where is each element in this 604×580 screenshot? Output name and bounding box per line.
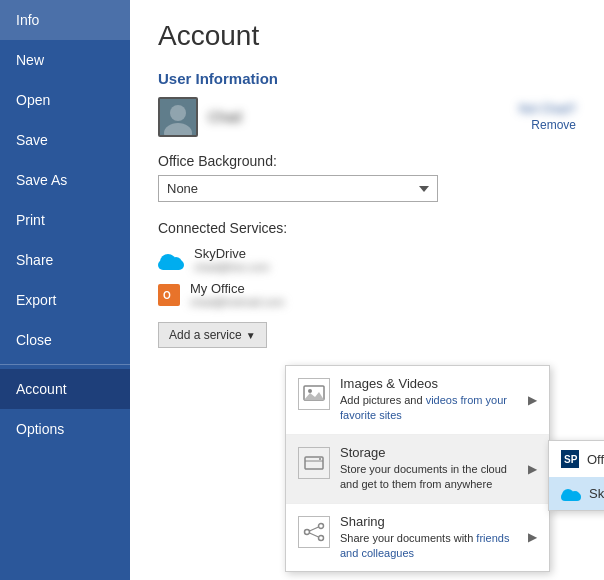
svg-text:O: O (163, 290, 171, 301)
sidebar-item-account[interactable]: Account (0, 369, 130, 409)
dropdown-item-storage[interactable]: Storage Store your documents in the clou… (286, 435, 549, 504)
user-information-heading: User Information (158, 70, 576, 87)
storage-desc: Store your documents in the cloud and ge… (340, 462, 514, 493)
svg-point-16 (319, 535, 324, 540)
connected-services-section: Connected Services: SkyDrive chad@live.c… (158, 220, 576, 308)
sidebar-item-options[interactable]: Options (0, 409, 130, 449)
skydrive-info: SkyDrive chad@live.com (194, 246, 269, 273)
svg-point-23 (570, 491, 580, 501)
user-info-left: Chad (158, 97, 241, 137)
page-title: Account (158, 20, 576, 52)
user-name: Chad (208, 109, 241, 125)
submenu-item-skydrive[interactable]: SkyDrive (549, 477, 604, 510)
sidebar-item-info[interactable]: Info (0, 0, 130, 40)
storage-text: Storage Store your documents in the clou… (340, 445, 514, 493)
svg-text:SP: SP (564, 454, 578, 465)
office-background-select[interactable]: None (158, 175, 438, 202)
connected-services-label: Connected Services: (158, 220, 576, 236)
sharing-icon (298, 516, 330, 548)
avatar-icon (160, 99, 196, 135)
submenu-sharepoint-label: Office365 SharePoint (587, 452, 604, 467)
submenu-skydrive-label: SkyDrive (589, 486, 604, 501)
submenu-item-sharepoint[interactable]: SP Office365 SharePoint (549, 441, 604, 477)
images-videos-arrow: ▶ (528, 393, 537, 407)
service-skydrive: SkyDrive chad@live.com (158, 246, 576, 273)
images-videos-icon (298, 378, 330, 410)
office-background-label: Office Background: (158, 153, 576, 169)
skydrive-name: SkyDrive (194, 246, 269, 261)
add-service-button[interactable]: Add a service ▼ (158, 322, 267, 348)
dropdown-item-sharing[interactable]: Sharing Share your documents with friend… (286, 504, 549, 572)
svg-point-13 (319, 458, 321, 460)
svg-marker-10 (304, 392, 324, 400)
sharing-arrow: ▶ (528, 530, 537, 544)
remove-section: Not Chad? Remove (519, 102, 576, 132)
user-info-row: Chad Not Chad? Remove (158, 97, 576, 137)
sidebar-item-open[interactable]: Open (0, 80, 130, 120)
storage-submenu: SP Office365 SharePoint SkyDrive (548, 440, 604, 511)
sharepoint-icon: SP (561, 450, 579, 468)
sidebar-item-save[interactable]: Save (0, 120, 130, 160)
add-service-dropdown: Images & Videos Add pictures and videos … (285, 365, 550, 572)
sidebar-item-export[interactable]: Export (0, 280, 130, 320)
svg-line-17 (310, 527, 319, 531)
images-videos-title: Images & Videos (340, 376, 514, 391)
sidebar-item-close[interactable]: Close (0, 320, 130, 360)
storage-icon (298, 447, 330, 479)
avatar (158, 97, 198, 137)
sidebar-item-print[interactable]: Print (0, 200, 130, 240)
sidebar-item-share[interactable]: Share (0, 240, 130, 280)
svg-point-1 (170, 105, 186, 121)
sidebar-divider (0, 364, 130, 365)
images-videos-desc: Add pictures and videos from your favori… (340, 393, 514, 424)
remove-link[interactable]: Remove (531, 118, 576, 132)
sidebar-item-new[interactable]: New (0, 40, 130, 80)
myoffice-info: My Office chad@hotmail.com (190, 281, 284, 308)
skydrive-cloud-icon (158, 250, 184, 270)
myoffice-icon: O (158, 284, 180, 306)
sidebar: Info New Open Save Save As Print Share E… (0, 0, 130, 580)
sharing-desc: Share your documents with friends and co… (340, 531, 514, 562)
myoffice-email: chad@hotmail.com (190, 296, 284, 308)
sign-in-text: Not Chad? (519, 102, 576, 116)
storage-arrow: ▶ (528, 462, 537, 476)
svg-point-9 (308, 389, 312, 393)
skydrive-email: chad@live.com (194, 261, 269, 273)
svg-point-15 (319, 523, 324, 528)
storage-title: Storage (340, 445, 514, 460)
svg-point-14 (305, 529, 310, 534)
service-myoffice: O My Office chad@hotmail.com (158, 281, 576, 308)
svg-point-5 (170, 257, 182, 269)
myoffice-name: My Office (190, 281, 284, 296)
svg-line-18 (310, 533, 319, 537)
sharing-title: Sharing (340, 514, 514, 529)
sharing-text: Sharing Share your documents with friend… (340, 514, 514, 562)
dropdown-item-images-videos[interactable]: Images & Videos Add pictures and videos … (286, 366, 549, 435)
office-background-section: Office Background: None (158, 153, 576, 202)
images-videos-text: Images & Videos Add pictures and videos … (340, 376, 514, 424)
dropdown-arrow-icon: ▼ (246, 330, 256, 341)
sidebar-item-save-as[interactable]: Save As (0, 160, 130, 200)
submenu-skydrive-icon (561, 486, 581, 501)
main-content: Account User Information Chad Not Chad? … (130, 0, 604, 580)
